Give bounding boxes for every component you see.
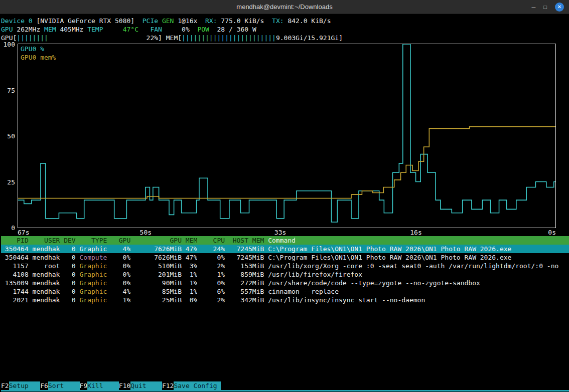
cell-gpu_mem: 25MiB	[130, 296, 182, 304]
function-key-f10[interactable]: F10	[119, 381, 130, 390]
text-segment: TEMP	[87, 26, 122, 33]
process-row[interactable]: 135009mendhak0Graphic0%90MiB1%0%272MiB/u…	[1, 279, 569, 287]
process-table-body: 350464mendhak0Graphic4%7626MiB47%24%7245…	[1, 245, 569, 304]
text-segment: ||||||||	[17, 34, 48, 42]
y-tick: 100	[4, 40, 15, 49]
column-header[interactable]: CPU	[197, 236, 225, 245]
cell-dev: 0	[60, 270, 75, 279]
usage-bars-line: GPU[|||||||| 22%] MEM[||||||||||||||||||…	[1, 34, 569, 42]
function-key-f6[interactable]: F6	[40, 381, 48, 390]
close-button[interactable]: ✕	[555, 3, 564, 12]
cell-gpu: 0%	[107, 253, 130, 262]
cell-dev: 0	[60, 279, 75, 287]
cell-pid: 135009	[1, 279, 29, 287]
cell-type: Graphic	[76, 279, 107, 287]
text-segment: TX:	[272, 17, 288, 25]
cell-gpu: 4%	[107, 287, 130, 296]
cell-gpu_mem: 90MiB	[130, 279, 182, 287]
function-key-f9[interactable]: F9	[80, 381, 88, 390]
process-row[interactable]: 350464mendhak0Graphic4%7626MiB47%24%7245…	[1, 245, 569, 253]
text-segment: MEM[	[166, 34, 182, 42]
text-segment	[162, 34, 166, 42]
column-header[interactable]: Command	[264, 236, 569, 245]
text-segment: POW	[197, 26, 217, 33]
column-header[interactable]: TYPE	[76, 236, 107, 245]
minimize-button[interactable]: ─	[532, 5, 536, 10]
process-row[interactable]: 2021mendhak0Graphic1%25MiB0%2%342MiB/usr…	[1, 296, 569, 304]
terminal: Device 0 [NVIDIA GeForce RTX 5080] PCIe …	[0, 14, 569, 391]
text-segment: 22%]	[147, 34, 162, 42]
cell-cpu: 0%	[197, 279, 225, 287]
x-tick: 67s	[18, 228, 29, 237]
titlebar: mendhak@devmint:~/Downloads ─ □ ✕	[0, 0, 569, 14]
window-controls: ─ □ ✕	[532, 0, 564, 14]
column-header[interactable]: GPU	[107, 236, 130, 245]
cell-mem_pct: 1%	[182, 287, 197, 296]
text-segment: 262MHz	[17, 26, 44, 33]
legend-entry: GPU0 mem%	[21, 53, 56, 62]
text-segment: 775.0 KiB/s	[221, 17, 272, 25]
cell-gpu: 0%	[107, 270, 130, 279]
column-header[interactable]: DEV	[60, 236, 75, 245]
column-header[interactable]: USER	[29, 236, 60, 245]
text-segment: 0%	[182, 26, 197, 33]
y-tick: 75	[7, 86, 15, 94]
cell-gpu_mem: 7626MiB	[130, 253, 182, 262]
process-table-header: PIDUSERDEVTYPEGPUGPU MEMCPUHOST MEMComma…	[1, 236, 569, 245]
x-tick: 33s	[274, 228, 286, 237]
maximize-button[interactable]: □	[543, 5, 547, 10]
cell-user: mendhak	[29, 287, 60, 296]
cell-dev: 0	[60, 245, 75, 253]
chart-legend: GPU0 %GPU0 mem%	[21, 45, 56, 62]
function-key-label-f2[interactable]: Setup	[9, 381, 41, 390]
function-key-label-f10[interactable]: Quit	[130, 381, 162, 390]
cell-mem_pct: 47%	[182, 253, 197, 262]
cell-dev: 0	[60, 253, 75, 262]
cell-gpu_mem: 510MiB	[130, 262, 182, 270]
chart-plot	[18, 44, 555, 228]
process-row[interactable]: 350464mendhak0Compute0%7626MiB47%0%7245M…	[1, 253, 569, 262]
process-row[interactable]: 1157root0Graphic0%510MiB3%2%153MiB/usr/l…	[1, 262, 569, 270]
cell-user: mendhak	[29, 279, 60, 287]
column-header[interactable]: PID	[1, 236, 29, 245]
cell-cpu: 24%	[197, 245, 225, 253]
cell-host_mem: 7245MiB	[225, 245, 264, 253]
cell-gpu: 0%	[107, 279, 130, 287]
cell-gpu_mem: 7626MiB	[130, 245, 182, 253]
column-header[interactable]: GPU MEM	[130, 236, 197, 245]
bottom-strip	[1, 390, 569, 391]
cell-pid: 350464	[1, 245, 29, 253]
cell-command: /usr/lib/firefox/firefox	[264, 270, 569, 279]
function-key-f2[interactable]: F2	[1, 381, 9, 390]
function-key-label-f9[interactable]: Kill	[87, 381, 119, 390]
cell-host_mem: 342MiB	[225, 296, 264, 304]
text-segment: [NVIDIA GeForce RTX 5080]	[36, 17, 142, 25]
function-key-label-f6[interactable]: Sort	[48, 381, 80, 390]
cell-user: root	[29, 262, 60, 270]
process-row[interactable]: 4108mendhak0Graphic0%201MiB1%1%859MiB/us…	[1, 270, 569, 279]
cell-pid: 4108	[1, 270, 29, 279]
process-row[interactable]: 1744mendhak0Graphic4%85MiB1%6%557MiBcinn…	[1, 287, 569, 296]
text-segment: FAN	[150, 26, 182, 33]
cell-user: mendhak	[29, 245, 60, 253]
cell-command: cinnamon --replace	[264, 287, 569, 296]
text-segment: GEN	[162, 17, 178, 25]
cell-gpu: 4%	[107, 245, 130, 253]
cell-cpu: 0%	[197, 253, 225, 262]
cell-cpu: 6%	[197, 287, 225, 296]
gpu-stats-line: GPU 262MHz MEM 405MHz TEMP 47°C FAN 0% P…	[1, 25, 569, 34]
column-header[interactable]: HOST MEM	[225, 236, 264, 245]
x-tick: 0s	[548, 228, 556, 237]
close-icon: ✕	[557, 5, 561, 10]
cell-command: /usr/lib/insync/insync start --no-daemon	[264, 296, 569, 304]
function-key-bar: F2Setup F6Sort F9Kill F10Quit F12Save Co…	[1, 381, 569, 390]
function-key-label-f12[interactable]: Save Config	[174, 381, 221, 390]
function-key-f12[interactable]: F12	[162, 381, 174, 390]
text-segment: PCIe	[143, 17, 162, 25]
cell-mem_pct: 0%	[182, 296, 197, 304]
text-segment: 842.0 KiB/s	[288, 17, 331, 25]
cell-host_mem: 7245MiB	[225, 253, 264, 262]
text-segment: 47°C	[123, 26, 151, 33]
text-segment: Device	[1, 17, 29, 25]
cell-command: C:\Program Files\ON1\ON1 Photo RAW 2026\…	[264, 253, 569, 262]
